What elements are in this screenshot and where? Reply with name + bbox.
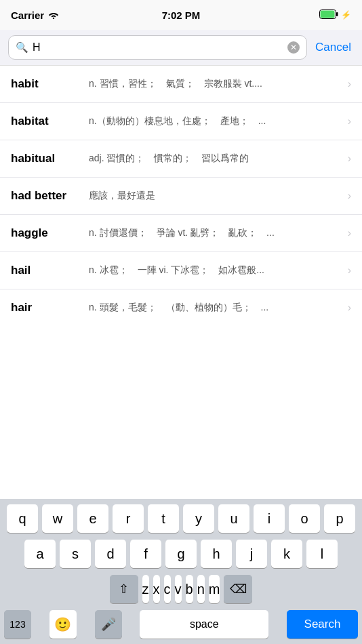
key-q[interactable]: q: [7, 504, 38, 533]
word-def: 應該，最好還是: [89, 190, 345, 202]
list-item[interactable]: had better 應該，最好還是 ›: [0, 178, 362, 215]
word-def: n. 討價還價； 爭論 vt. 亂劈； 亂砍； ...: [89, 227, 345, 239]
list-item[interactable]: habitat n.（動物的）棲息地，住處； 產地； ... ›: [0, 103, 362, 140]
word-term: hair: [11, 301, 89, 315]
wifi-icon: [48, 9, 59, 21]
charging-icon: ⚡: [341, 10, 351, 20]
list-item[interactable]: hail n. 冰雹； 一陣 vi. 下冰雹； 如冰雹般... ›: [0, 252, 362, 289]
word-term: habitat: [11, 115, 89, 128]
cancel-button[interactable]: Cancel: [313, 41, 354, 54]
chevron-right-icon: ›: [348, 302, 351, 314]
key-g[interactable]: g: [165, 540, 197, 568]
shift-key[interactable]: ⇧: [110, 575, 138, 603]
key-p[interactable]: p: [324, 504, 355, 533]
svg-point-0: [53, 17, 54, 18]
key-k[interactable]: k: [271, 540, 302, 568]
search-bar-container: 🔍 ✕ Cancel: [0, 30, 362, 66]
word-term: habitual: [11, 152, 89, 165]
emoji-key[interactable]: 🙂: [49, 610, 77, 639]
word-term: hail: [11, 264, 89, 277]
list-item[interactable]: habitual adj. 習慣的； 慣常的； 習以爲常的 ›: [0, 140, 362, 178]
search-icon: 🔍: [16, 41, 28, 54]
key-u[interactable]: u: [218, 504, 249, 533]
key-n[interactable]: n: [197, 575, 205, 603]
num-key[interactable]: 123: [4, 610, 31, 639]
word-term: habit: [11, 77, 89, 91]
space-key[interactable]: space: [140, 610, 268, 639]
key-z[interactable]: z: [142, 575, 149, 603]
key-r[interactable]: r: [113, 504, 144, 533]
chevron-right-icon: ›: [348, 264, 351, 277]
key-j[interactable]: j: [236, 540, 267, 568]
key-e[interactable]: e: [77, 504, 108, 533]
search-input-wrapper[interactable]: 🔍 ✕: [8, 35, 307, 60]
search-key[interactable]: Search: [287, 610, 358, 639]
key-c[interactable]: c: [164, 575, 171, 603]
key-s[interactable]: s: [60, 540, 91, 568]
word-def: n.（動物的）棲息地，住處； 產地； ...: [89, 115, 345, 127]
chevron-right-icon: ›: [348, 153, 351, 165]
key-y[interactable]: y: [183, 504, 214, 533]
word-def: n. 頭髮，毛髮； （動、植物的）毛； ...: [89, 302, 345, 314]
svg-rect-3: [321, 10, 335, 18]
battery-icon: [319, 9, 338, 21]
key-x[interactable]: x: [153, 575, 160, 603]
carrier-label: Carrier: [11, 9, 44, 21]
status-right: ⚡: [319, 9, 351, 21]
delete-key[interactable]: ⌫: [224, 575, 252, 603]
key-o[interactable]: o: [289, 504, 320, 533]
word-def: n. 習慣，習性； 氣質； 宗教服裝 vt....: [89, 78, 345, 90]
list-item[interactable]: haggle n. 討價還價； 爭論 vt. 亂劈； 亂砍； ... ›: [0, 215, 362, 252]
search-input[interactable]: [33, 41, 283, 54]
status-time: 7:02 PM: [162, 9, 201, 21]
word-def: adj. 習慣的； 慣常的； 習以爲常的: [89, 153, 345, 165]
status-left: Carrier: [11, 9, 59, 21]
chevron-right-icon: ›: [348, 78, 351, 90]
key-f[interactable]: f: [130, 540, 161, 568]
key-v[interactable]: v: [175, 575, 182, 603]
keyboard-bottom-row: 123 🙂 🎤 space Search: [2, 610, 360, 639]
word-term: had better: [11, 189, 89, 203]
chevron-right-icon: ›: [348, 227, 351, 239]
svg-rect-2: [336, 12, 338, 16]
key-w[interactable]: w: [42, 504, 73, 533]
key-b[interactable]: b: [186, 575, 193, 603]
keyboard-row-3: ⇧ zxcvbnm ⌫: [2, 575, 360, 603]
key-m[interactable]: m: [209, 575, 220, 603]
key-i[interactable]: i: [254, 504, 285, 533]
key-t[interactable]: t: [148, 504, 179, 533]
word-term: haggle: [11, 226, 89, 240]
chevron-right-icon: ›: [348, 190, 351, 202]
key-h[interactable]: h: [201, 540, 232, 568]
chevron-right-icon: ›: [348, 115, 351, 127]
keyboard: qwertyuiop asdfghjkl ⇧ zxcvbnm ⌫ 123 🙂 🎤…: [0, 499, 362, 644]
key-l[interactable]: l: [306, 540, 338, 568]
keyboard-row-2: asdfghjkl: [2, 540, 360, 568]
search-clear-button[interactable]: ✕: [287, 41, 300, 54]
keyboard-row-3-keys: zxcvbnm: [142, 575, 220, 603]
key-a[interactable]: a: [24, 540, 56, 568]
list-item[interactable]: habit n. 習慣，習性； 氣質； 宗教服裝 vt.... ›: [0, 66, 362, 103]
key-d[interactable]: d: [95, 540, 126, 568]
word-list: habit n. 習慣，習性； 氣質； 宗教服裝 vt.... › habita…: [0, 66, 362, 320]
status-bar: Carrier 7:02 PM ⚡: [0, 0, 362, 30]
list-item[interactable]: hair n. 頭髮，毛髮； （動、植物的）毛； ... ›: [0, 289, 362, 320]
mic-key[interactable]: 🎤: [95, 610, 122, 639]
word-def: n. 冰雹； 一陣 vi. 下冰雹； 如冰雹般...: [89, 264, 345, 277]
keyboard-row-1: qwertyuiop: [2, 504, 360, 533]
